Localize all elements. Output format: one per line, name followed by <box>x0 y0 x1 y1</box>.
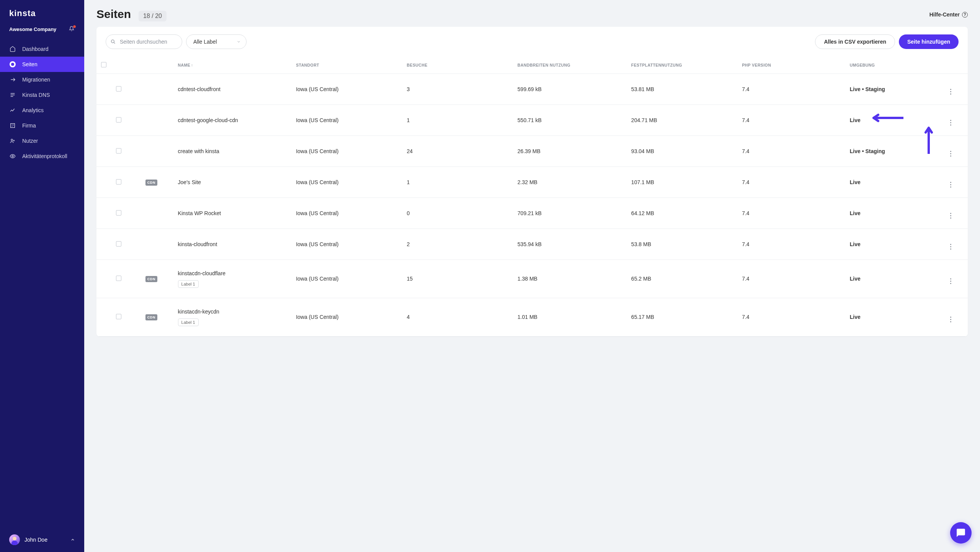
row-menu-button[interactable] <box>950 177 951 185</box>
row-checkbox[interactable] <box>116 86 121 91</box>
help-label: Hilfe-Center <box>929 11 960 18</box>
table-row[interactable]: kinsta-cloudfrontIowa (US Central)2535.9… <box>96 229 968 260</box>
cell-php: 7.4 <box>737 229 845 260</box>
nav-item-dashboard[interactable]: Dashboard <box>0 41 84 57</box>
card-toolbar: Alle Label Alles in CSV exportieren Seit… <box>96 27 968 57</box>
sidebar: kinsta Awesome Company Dashboard Seiten … <box>0 0 84 552</box>
svg-point-1 <box>11 139 13 140</box>
table-row[interactable]: Kinsta WP RocketIowa (US Central)0709.21… <box>96 198 968 229</box>
sites-table: NAME↑ STANDORT BESUCHE BANDBREITEN NUTZU… <box>96 57 968 336</box>
cell-php: 7.4 <box>737 74 845 105</box>
users-icon <box>9 137 16 144</box>
nav-item-company[interactable]: Firma <box>0 118 84 133</box>
label-filter-value: Alle Label <box>193 39 217 45</box>
eye-icon <box>9 153 16 160</box>
site-name: kinstacdn-cloudflare <box>178 270 287 277</box>
svg-rect-0 <box>11 124 15 128</box>
cell-visits: 15 <box>402 260 513 298</box>
site-name: create with kinsta <box>178 148 287 155</box>
user-name: John Doe <box>24 537 47 543</box>
cell-location: Iowa (US Central) <box>291 198 402 229</box>
page-title: Seiten <box>96 8 131 21</box>
row-checkbox[interactable] <box>116 241 121 247</box>
row-menu-button[interactable] <box>950 84 951 91</box>
migrate-icon <box>9 76 16 83</box>
col-php-header[interactable]: PHP VERSION <box>737 57 845 74</box>
export-csv-button[interactable]: Alles in CSV exportieren <box>815 34 895 49</box>
cell-location: Iowa (US Central) <box>291 260 402 298</box>
label-filter-select[interactable]: Alle Label <box>186 34 247 49</box>
cell-env: Live • Staging <box>850 86 885 92</box>
col-name-header[interactable]: NAME↑ <box>173 57 292 74</box>
table-row[interactable]: create with kinstaIowa (US Central)2426.… <box>96 136 968 167</box>
col-env-header[interactable]: UMGEBUNG <box>845 57 934 74</box>
cell-php: 7.4 <box>737 167 845 198</box>
row-checkbox[interactable] <box>116 148 121 154</box>
topbar: Seiten 18 / 20 Hilfe-Center ? <box>84 0 980 27</box>
col-bandwidth-header[interactable]: BANDBREITEN NUTZUNG <box>513 57 627 74</box>
col-disk-header[interactable]: FESTPLATTENNUTZUNG <box>627 57 737 74</box>
nav-item-activity-log[interactable]: Aktivitätenprotokoll <box>0 149 84 164</box>
bell-icon[interactable] <box>69 26 75 32</box>
nav-label: Analytics <box>22 107 44 113</box>
row-checkbox[interactable] <box>116 276 121 281</box>
cell-disk: 53.81 MB <box>627 74 737 105</box>
row-menu-button[interactable] <box>950 115 951 122</box>
cell-bandwidth: 2.32 MB <box>513 167 627 198</box>
add-site-button[interactable]: Seite hinzufügen <box>899 34 959 49</box>
table-row[interactable]: CDNkinstacdn-keycdnLabel 1Iowa (US Centr… <box>96 298 968 336</box>
chat-widget-button[interactable] <box>950 522 972 544</box>
cell-disk: 107.1 MB <box>627 167 737 198</box>
row-checkbox[interactable] <box>116 117 121 122</box>
avatar <box>9 534 20 545</box>
sites-card: Alle Label Alles in CSV exportieren Seit… <box>96 27 968 336</box>
label-chip: Label 1 <box>178 318 199 326</box>
col-location-header[interactable]: STANDORT <box>291 57 402 74</box>
cell-bandwidth: 535.94 kB <box>513 229 627 260</box>
dns-icon <box>9 91 16 98</box>
table-row[interactable]: cdntest-google-cloud-cdnIowa (US Central… <box>96 105 968 136</box>
nav-label: Aktivitätenprotokoll <box>22 153 67 159</box>
table-row[interactable]: CDNkinstacdn-cloudflareLabel 1Iowa (US C… <box>96 260 968 298</box>
company-name: Awesome Company <box>9 26 56 32</box>
company-icon <box>9 122 16 129</box>
cell-location: Iowa (US Central) <box>291 229 402 260</box>
nav-item-sites[interactable]: Seiten <box>0 57 84 72</box>
cell-visits: 3 <box>402 74 513 105</box>
row-checkbox[interactable] <box>116 210 121 216</box>
search-icon <box>111 39 116 44</box>
row-menu-button[interactable] <box>950 312 951 319</box>
label-chip: Label 1 <box>178 280 199 288</box>
logo: kinsta <box>9 8 75 18</box>
row-menu-button[interactable] <box>950 273 951 281</box>
nav-item-analytics[interactable]: Analytics <box>0 103 84 118</box>
cell-disk: 53.8 MB <box>627 229 737 260</box>
nav: Dashboard Seiten Migrationen Kinsta DNS … <box>0 38 84 164</box>
nav-label: Kinsta DNS <box>22 92 50 98</box>
table-row[interactable]: CDNJoe's SiteIowa (US Central)12.32 MB10… <box>96 167 968 198</box>
col-visits-header[interactable]: BESUCHE <box>402 57 513 74</box>
row-menu-button[interactable] <box>950 208 951 216</box>
home-icon <box>9 46 16 52</box>
help-center-link[interactable]: Hilfe-Center ? <box>929 11 968 18</box>
search-input[interactable] <box>106 34 182 49</box>
select-all-checkbox[interactable] <box>101 62 106 67</box>
cell-bandwidth: 1.01 MB <box>513 298 627 336</box>
table-row[interactable]: cdntest-cloudfrontIowa (US Central)3599.… <box>96 74 968 105</box>
cell-php: 7.4 <box>737 105 845 136</box>
row-menu-button[interactable] <box>950 146 951 154</box>
cell-bandwidth: 599.69 kB <box>513 74 627 105</box>
nav-item-dns[interactable]: Kinsta DNS <box>0 87 84 103</box>
row-checkbox[interactable] <box>116 179 121 185</box>
cell-disk: 65.17 MB <box>627 298 737 336</box>
nav-item-users[interactable]: Nutzer <box>0 133 84 149</box>
cell-disk: 64.12 MB <box>627 198 737 229</box>
row-menu-button[interactable] <box>950 239 951 247</box>
cell-visits: 24 <box>402 136 513 167</box>
user-menu[interactable]: John Doe <box>0 528 84 552</box>
nav-item-migrations[interactable]: Migrationen <box>0 72 84 87</box>
site-name: cdntest-cloudfront <box>178 86 287 93</box>
cell-env: Live • Staging <box>850 148 885 154</box>
cell-env: Live <box>850 314 861 320</box>
row-checkbox[interactable] <box>116 314 121 319</box>
